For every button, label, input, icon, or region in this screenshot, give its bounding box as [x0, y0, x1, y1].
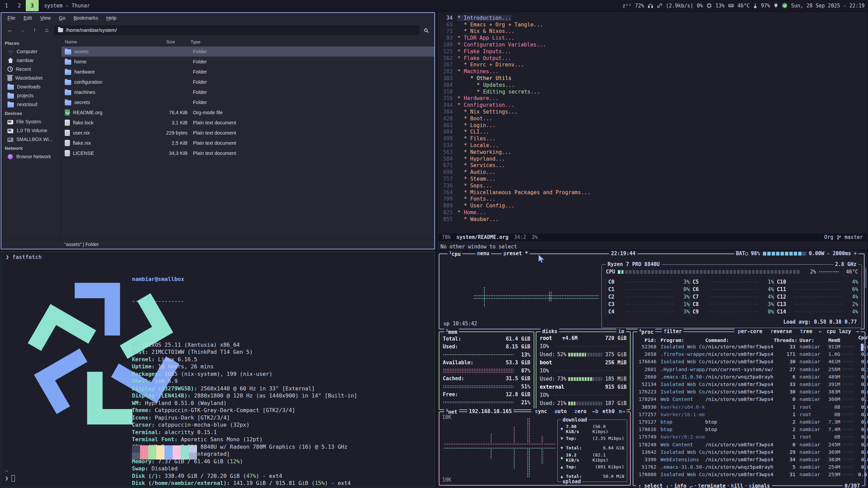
- sort-prev-button[interactable]: ←: [819, 328, 822, 334]
- select-button[interactable]: ↑ select ↓: [636, 483, 671, 488]
- org-heading-line[interactable]: 698 * Audio...: [438, 169, 867, 176]
- proc-tab[interactable]: 4proc: [637, 328, 655, 335]
- file-row[interactable]: flake.nix 2,5 KiB Plain text document: [61, 138, 434, 148]
- headphones-icon[interactable]: [648, 3, 653, 8]
- org-heading-line[interactable]: 121 * Flake Inputs...: [438, 48, 867, 55]
- buffer-name[interactable]: system/README.org: [456, 234, 509, 240]
- menu-item[interactable]: Edit: [19, 14, 36, 22]
- process-row[interactable]: 2658 .firefox-wrappe /nix/store/sm8fmrf3…: [637, 350, 860, 358]
- org-heading-line[interactable]: 736 * Sops...: [438, 182, 867, 189]
- process-row[interactable]: 175749 kworker/6:2-even 1 root 0B 0.0: [637, 433, 860, 441]
- menu-item[interactable]: File: [3, 14, 19, 22]
- git-branch-name[interactable]: master: [845, 234, 863, 240]
- org-heading-line[interactable]: 799 * Fonts...: [438, 196, 867, 203]
- process-row[interactable]: 13642 Isolated Web Co /nix/store/sm8fmrf…: [637, 448, 860, 456]
- process-row[interactable]: 177257 kworker/10:1-mm_ 1 root 0B 0.0: [637, 411, 860, 418]
- process-row[interactable]: 51762 .emacs-31.0.50- /nix/store/wnqz5pa…: [637, 463, 860, 471]
- back-button[interactable]: ←: [5, 27, 15, 34]
- org-heading-line[interactable]: 584 * Hyprland...: [438, 156, 867, 162]
- sort-next-button[interactable]: →: [856, 328, 859, 334]
- org-heading-line[interactable]: 671 * Services...: [438, 162, 867, 169]
- file-row[interactable]: LICENSE 34,3 KiB Plain text document: [61, 148, 434, 158]
- org-heading-line[interactable]: 316 * Hardware...: [438, 95, 867, 102]
- workspace-button[interactable]: 2: [13, 0, 26, 11]
- sidebar-item[interactable]: Computer: [1, 47, 61, 56]
- mem-tab[interactable]: 2mem: [444, 328, 459, 335]
- sidebar-item[interactable]: nextcloud: [1, 100, 61, 109]
- process-row[interactable]: 178616 btop btop 2 nambiar 7.4M 0.0: [637, 426, 860, 433]
- terminal-window[interactable]: ❯ fastfetch nambiar@smallbox -----------…: [1, 251, 435, 487]
- file-row[interactable]: flake.lock 3,1 KiB Plain text document: [61, 118, 434, 128]
- menu-item[interactable]: Bookmarks: [70, 14, 102, 22]
- org-heading-line[interactable]: 825 * Home...: [438, 209, 867, 216]
- io-mode-button[interactable]: io: [616, 328, 626, 334]
- org-heading-line[interactable]: 109 * Configuration Variables...: [438, 41, 867, 48]
- reverse-button[interactable]: reverse: [769, 328, 793, 334]
- org-heading-line[interactable]: 484 * CLI...: [438, 129, 867, 136]
- file-row[interactable]: secrets Folder: [61, 97, 434, 107]
- idle-inhibitor-icon[interactable]: zᶻᶻ: [622, 3, 631, 9]
- net-next-button[interactable]: n→: [619, 408, 625, 414]
- header-command[interactable]: Command:: [705, 338, 773, 343]
- column-type[interactable]: Type: [188, 39, 434, 44]
- sidebar-item[interactable]: 1,0 TB Volume: [1, 126, 61, 135]
- column-name[interactable]: Name: [61, 39, 163, 44]
- shell-prompt-idle[interactable]: ❯: [5, 475, 15, 482]
- org-heading-line[interactable]: 162 * Flake Output...: [438, 55, 867, 62]
- search-icon[interactable]: [424, 28, 428, 32]
- home-button[interactable]: ⌂: [42, 27, 52, 34]
- sidebar-item[interactable]: Recent: [1, 65, 61, 74]
- signals-button[interactable]: signals: [747, 483, 772, 488]
- filter-button[interactable]: filter: [662, 328, 684, 334]
- info-button[interactable]: info ↵: [672, 483, 694, 488]
- interval-plus-button[interactable]: +: [854, 250, 857, 257]
- org-heading-line[interactable]: 93 * TLDR App List...: [438, 35, 867, 41]
- net-prev-button[interactable]: ←b: [592, 408, 598, 414]
- sidebar-item[interactable]: Downloads: [1, 82, 61, 91]
- menu-button[interactable]: menu: [475, 250, 491, 257]
- interval-minus-button[interactable]: -: [827, 250, 830, 257]
- org-heading-line[interactable]: 310 * Editing secrets...: [438, 88, 867, 95]
- header-pid[interactable]: Pid:: [637, 338, 656, 343]
- file-row[interactable]: hardware Folder: [61, 67, 434, 77]
- org-heading-line[interactable]: 303 * Other Utils: [438, 75, 867, 82]
- sidebar-item[interactable]: nambiar: [1, 56, 61, 65]
- btop-scrollbar[interactable]: [865, 268, 867, 288]
- disks-tab[interactable]: disks: [540, 328, 559, 334]
- org-heading-line[interactable]: 428 * Boot...: [438, 115, 867, 122]
- org-heading-line[interactable]: 855 * Waubar...: [438, 216, 867, 223]
- terminate-button[interactable]: terminate: [696, 483, 728, 488]
- sidebar-item[interactable]: projects: [1, 91, 61, 100]
- file-row[interactable]: machines Folder: [61, 87, 434, 97]
- cpu-tab[interactable]: 1cpu: [448, 250, 462, 257]
- process-row[interactable]: 176000 Isolated Web Co /nix/store/sm8fmr…: [637, 471, 860, 478]
- process-row[interactable]: 2660 .emacs-31.0.50- /nix/store/wnqz5pa8…: [637, 373, 860, 381]
- process-row[interactable]: 38936 kworker/u64:6-kc 1 root 0B 0.0: [637, 403, 860, 411]
- org-heading-line[interactable]: 461 * Login...: [438, 122, 867, 129]
- header-user[interactable]: User:: [796, 338, 821, 343]
- menu-item[interactable]: View: [36, 14, 55, 22]
- process-row[interactable]: 3390 WebExtensions /nix/store/sm8fmrf3wp…: [637, 456, 860, 463]
- org-heading-line[interactable]: 384 * Nix Settings...: [438, 108, 867, 115]
- tree-button[interactable]: tree: [798, 328, 814, 334]
- column-size[interactable]: Size: [163, 39, 188, 44]
- org-heading-line[interactable]: 34 * Introduction...: [438, 15, 867, 21]
- process-row[interactable]: 176646 Isolated Web Co /nix/store/sm8fmr…: [637, 358, 860, 365]
- menu-item[interactable]: Go: [55, 14, 70, 22]
- org-heading-line[interactable]: 563 * Networking...: [438, 149, 867, 156]
- org-heading-line[interactable]: 304 * Updates...: [438, 82, 867, 88]
- net-zero-button[interactable]: zero: [573, 408, 588, 414]
- process-row[interactable]: 52134 Isolated Web Co /nix/store/sm8fmrf…: [637, 381, 860, 388]
- process-row[interactable]: 179127 btop btop 2 nambiar 7.3M 0.0: [637, 418, 860, 426]
- sidebar-item[interactable]: File System: [1, 117, 61, 126]
- org-heading-line[interactable]: 717 * Steam...: [438, 176, 867, 182]
- file-row[interactable]: assets Folder: [61, 46, 434, 57]
- sidebar-item[interactable]: Browse Network: [1, 152, 61, 161]
- kill-button[interactable]: kill: [729, 483, 745, 488]
- org-heading-line[interactable]: 282 * Machines...: [438, 68, 867, 75]
- org-heading-line[interactable]: 534 * Locale...: [438, 142, 867, 149]
- workspace-button[interactable]: 3: [26, 0, 39, 11]
- org-heading-line[interactable]: 499 * Files...: [438, 135, 867, 142]
- process-row[interactable]: 178248 Web Content /nix/store/sm8fmrf3wp…: [637, 441, 860, 448]
- process-row[interactable]: 2601 .Hyprland-wrapp /run/current-system…: [637, 366, 860, 373]
